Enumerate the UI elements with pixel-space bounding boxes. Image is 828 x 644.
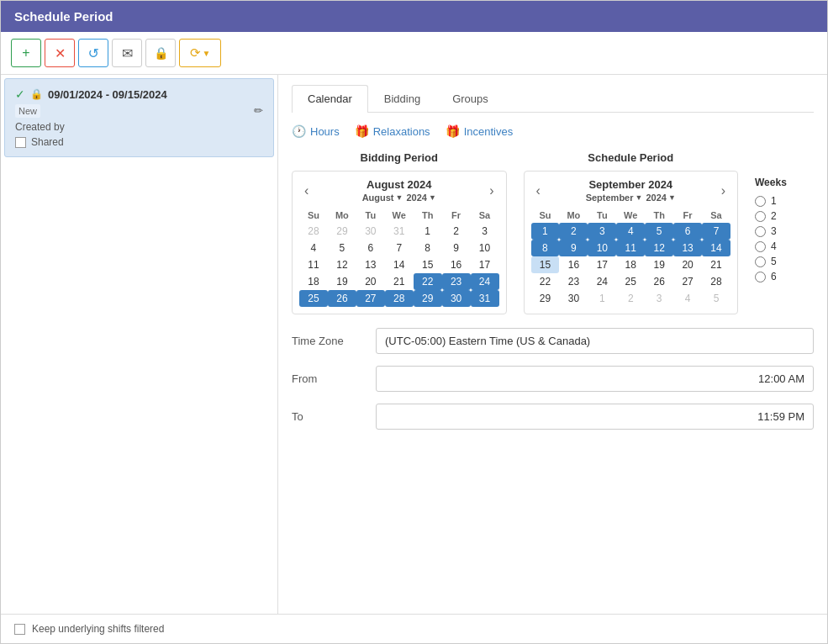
calendar-day[interactable]: 25 bbox=[616, 273, 645, 290]
refresh-button[interactable]: ↻ bbox=[78, 39, 108, 67]
calendar-day[interactable]: 16 bbox=[559, 256, 588, 273]
calendar-day[interactable]: 3 bbox=[588, 223, 616, 240]
calendar-day[interactable]: 1 bbox=[588, 290, 616, 307]
schedule-prev-btn[interactable]: ‹ bbox=[531, 182, 546, 200]
calendar-day[interactable]: 11 bbox=[299, 256, 328, 273]
calendar-day[interactable]: 31 bbox=[385, 223, 414, 240]
calendar-day[interactable]: 5 bbox=[328, 240, 356, 256]
calendar-day[interactable]: 29 bbox=[414, 290, 442, 307]
calendar-day[interactable]: 4 bbox=[673, 290, 702, 307]
calendar-day[interactable]: 23 bbox=[442, 273, 471, 290]
calendar-day[interactable]: 18 bbox=[616, 256, 645, 273]
bidding-prev-btn[interactable]: ‹ bbox=[299, 182, 314, 200]
calendar-day[interactable]: 30 bbox=[356, 223, 385, 240]
schedule-next-btn[interactable]: › bbox=[716, 182, 730, 200]
bidding-next-btn[interactable]: › bbox=[484, 182, 498, 200]
bidding-year-select[interactable]: 2024 ▼ bbox=[406, 193, 435, 203]
bidding-month-select[interactable]: August ▼ bbox=[362, 193, 403, 203]
calendar-day[interactable]: 2 bbox=[559, 223, 588, 240]
calendar-day[interactable]: 6 bbox=[673, 223, 702, 240]
calendar-day[interactable]: 5 bbox=[645, 223, 673, 240]
calendar-day[interactable]: 22 bbox=[414, 273, 442, 290]
calendar-day[interactable]: 8 bbox=[531, 240, 560, 256]
calendar-day[interactable]: 7 bbox=[385, 240, 414, 256]
shared-checkbox[interactable] bbox=[15, 137, 26, 148]
week-radio-3[interactable] bbox=[755, 226, 766, 237]
calendar-day[interactable]: 31 bbox=[471, 290, 499, 307]
filter-checkbox[interactable] bbox=[14, 624, 25, 635]
week-radio-5[interactable] bbox=[755, 256, 766, 267]
add-button[interactable]: + bbox=[11, 39, 41, 67]
calendar-day[interactable]: 9 bbox=[559, 240, 588, 256]
tab-groups[interactable]: Groups bbox=[436, 85, 504, 112]
calendar-day[interactable]: 16 bbox=[442, 256, 471, 273]
calendar-day[interactable]: 12 bbox=[328, 256, 356, 273]
week-radio-6[interactable] bbox=[755, 272, 766, 282]
calendar-day[interactable]: 10 bbox=[471, 240, 499, 256]
calendar-day[interactable]: 15 bbox=[531, 256, 560, 273]
calendar-day[interactable]: 29 bbox=[531, 290, 560, 307]
calendar-day[interactable]: 5 bbox=[702, 290, 730, 307]
delete-button[interactable]: ✕ bbox=[45, 39, 75, 67]
calendar-day[interactable]: 4 bbox=[616, 223, 645, 240]
calendar-day[interactable]: 20 bbox=[356, 273, 385, 290]
week-radio-2[interactable] bbox=[755, 211, 766, 222]
calendar-day[interactable]: 28 bbox=[702, 273, 730, 290]
from-input[interactable] bbox=[376, 366, 814, 392]
email-button[interactable]: ✉ bbox=[112, 39, 142, 67]
hours-link[interactable]: 🕐 Hours bbox=[292, 124, 340, 138]
history-button[interactable]: ⟳ ▼ bbox=[179, 39, 221, 67]
calendar-day[interactable]: 26 bbox=[645, 273, 673, 290]
calendar-day[interactable]: 8 bbox=[414, 240, 442, 256]
calendar-day[interactable]: 28 bbox=[385, 290, 414, 307]
calendar-day[interactable]: 15 bbox=[414, 256, 442, 273]
calendar-day[interactable]: 17 bbox=[471, 256, 499, 273]
calendar-day[interactable]: 28 bbox=[299, 223, 328, 240]
calendar-day[interactable]: 10 bbox=[588, 240, 616, 256]
calendar-day[interactable]: 2 bbox=[616, 290, 645, 307]
calendar-day[interactable]: 14 bbox=[702, 240, 730, 256]
calendar-day[interactable]: 20 bbox=[673, 256, 702, 273]
to-input[interactable] bbox=[376, 404, 814, 430]
calendar-day[interactable]: 17 bbox=[588, 256, 616, 273]
calendar-day[interactable]: 6 bbox=[356, 240, 385, 256]
calendar-day[interactable]: 25 bbox=[299, 290, 328, 307]
calendar-day[interactable]: 14 bbox=[385, 256, 414, 273]
calendar-day[interactable]: 11 bbox=[616, 240, 645, 256]
calendar-day[interactable]: 27 bbox=[356, 290, 385, 307]
calendar-day[interactable]: 22 bbox=[531, 273, 560, 290]
timezone-input[interactable] bbox=[376, 328, 814, 354]
lock-button[interactable]: 🔒 bbox=[145, 39, 176, 67]
calendar-day[interactable]: 27 bbox=[673, 273, 702, 290]
calendar-day[interactable]: 12 bbox=[645, 240, 673, 256]
calendar-day[interactable]: 23 bbox=[559, 273, 588, 290]
schedule-year-select[interactable]: 2024 ▼ bbox=[646, 193, 675, 203]
calendar-day[interactable]: 7 bbox=[702, 223, 730, 240]
calendar-day[interactable]: 13 bbox=[356, 256, 385, 273]
calendar-day[interactable]: 13 bbox=[673, 240, 702, 256]
relaxations-link[interactable]: 🎁 Relaxations bbox=[355, 124, 430, 138]
calendar-day[interactable]: 1 bbox=[414, 223, 442, 240]
schedule-item[interactable]: ✓ 🔒 09/01/2024 - 09/15/2024 New Created … bbox=[4, 78, 274, 157]
incentives-link[interactable]: 🎁 Incentives bbox=[446, 124, 514, 138]
calendar-day[interactable]: 1 bbox=[531, 223, 560, 240]
calendar-day[interactable]: 29 bbox=[328, 223, 356, 240]
tab-calendar[interactable]: Calendar bbox=[292, 85, 368, 113]
calendar-day[interactable]: 30 bbox=[559, 290, 588, 307]
calendar-day[interactable]: 24 bbox=[471, 273, 499, 290]
calendar-day[interactable]: 3 bbox=[471, 223, 499, 240]
calendar-day[interactable]: 19 bbox=[328, 273, 356, 290]
calendar-day[interactable]: 18 bbox=[299, 273, 328, 290]
edit-icon[interactable]: ✏ bbox=[254, 104, 263, 117]
calendar-day[interactable]: 4 bbox=[299, 240, 328, 256]
week-radio-4[interactable] bbox=[755, 241, 766, 252]
calendar-day[interactable]: 26 bbox=[328, 290, 356, 307]
calendar-day[interactable]: 19 bbox=[645, 256, 673, 273]
calendar-day[interactable]: 30 bbox=[442, 290, 471, 307]
calendar-day[interactable]: 24 bbox=[588, 273, 616, 290]
calendar-day[interactable]: 3 bbox=[645, 290, 673, 307]
schedule-month-select[interactable]: September ▼ bbox=[586, 193, 643, 203]
calendar-day[interactable]: 9 bbox=[442, 240, 471, 256]
tab-bidding[interactable]: Bidding bbox=[368, 85, 436, 112]
calendar-day[interactable]: 2 bbox=[442, 223, 471, 240]
